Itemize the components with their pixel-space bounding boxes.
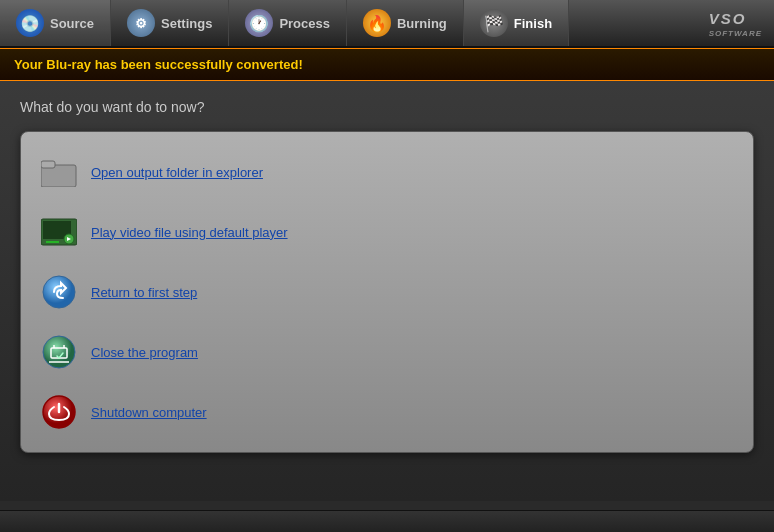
nav-label-settings: Settings <box>161 16 212 31</box>
svg-point-8 <box>43 336 75 368</box>
return-first-option[interactable]: Return to first step <box>21 262 753 322</box>
nav-item-source[interactable]: 💿 Source <box>0 0 111 46</box>
nav-label-burning: Burning <box>397 16 447 31</box>
nav-item-finish[interactable]: 🏁 Finish <box>464 0 569 46</box>
nav-item-burning[interactable]: 🔥 Burning <box>347 0 464 46</box>
disc-icon: 💿 <box>16 9 44 37</box>
nav-label-source: Source <box>50 16 94 31</box>
shutdown-label: Shutdown computer <box>91 405 207 420</box>
close-program-option[interactable]: Close the program <box>21 322 753 382</box>
nav-bar: 💿 Source ⚙ Settings 🕐 Process 🔥 Burning … <box>0 0 774 48</box>
nav-item-settings[interactable]: ⚙ Settings <box>111 0 229 46</box>
settings-icon: ⚙ <box>127 9 155 37</box>
status-bar <box>0 510 774 532</box>
nav-item-process[interactable]: 🕐 Process <box>229 0 347 46</box>
nav-label-finish: Finish <box>514 16 552 31</box>
play-video-label: Play video file using default player <box>91 225 288 240</box>
return-icon <box>41 274 77 310</box>
main-content: What do you want do to now? Open output … <box>0 81 774 501</box>
return-first-label: Return to first step <box>91 285 197 300</box>
finish-icon: 🏁 <box>480 9 508 37</box>
shutdown-option[interactable]: Shutdown computer <box>21 382 753 442</box>
burning-icon: 🔥 <box>363 9 391 37</box>
folder-icon <box>41 154 77 190</box>
close-program-label: Close the program <box>91 345 198 360</box>
open-folder-label: Open output folder in explorer <box>91 165 263 180</box>
clock-icon: 🕐 <box>245 9 273 37</box>
close-program-icon <box>41 334 77 370</box>
power-icon <box>41 394 77 430</box>
play-icon <box>41 214 77 250</box>
success-banner: Your Blu-ray has been successfully conve… <box>0 48 774 81</box>
nav-label-process: Process <box>279 16 330 31</box>
svg-rect-1 <box>41 161 55 168</box>
success-message: Your Blu-ray has been successfully conve… <box>14 57 303 72</box>
question-label: What do you want do to now? <box>20 99 754 115</box>
vso-logo: VSO SOFTWARE <box>709 8 774 38</box>
options-panel: Open output folder in explorer Play vide… <box>20 131 754 453</box>
play-video-option[interactable]: Play video file using default player <box>21 202 753 262</box>
open-folder-option[interactable]: Open output folder in explorer <box>21 142 753 202</box>
svg-point-7 <box>43 276 75 308</box>
